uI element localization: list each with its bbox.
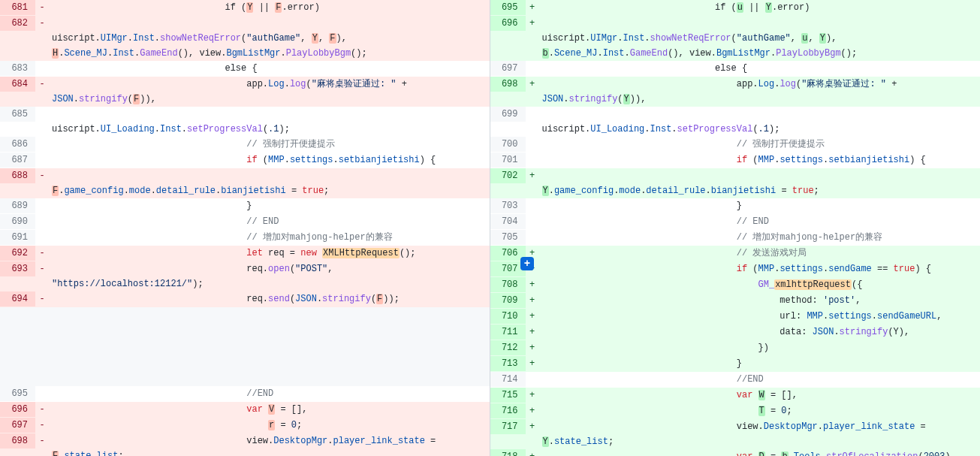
line-number[interactable]: 687 xyxy=(0,153,35,168)
line-number[interactable]: 697 xyxy=(0,418,35,433)
diff-line[interactable] xyxy=(0,370,490,386)
diff-line[interactable]: 685 uiscript.UI_Loading.Inst.setProgress… xyxy=(0,107,490,137)
line-number[interactable]: 703 xyxy=(490,198,526,213)
line-number[interactable]: 695 xyxy=(0,386,35,401)
diff-line[interactable]: 716+ T = 0; xyxy=(490,403,981,419)
diff-line[interactable]: 715+ var W = [], xyxy=(490,388,981,403)
line-number[interactable]: 686 xyxy=(0,137,35,152)
diff-line[interactable]: 696+ uiscript.UIMgr.Inst.showNetReqError… xyxy=(490,16,981,61)
line-number[interactable]: 712 xyxy=(490,340,526,355)
line-code: Y.game_config.mode.detail_rule.bianjieti… xyxy=(539,168,981,198)
line-number[interactable]: 699 xyxy=(490,107,526,122)
line-number[interactable]: 713 xyxy=(490,356,526,371)
line-number[interactable]: 696 xyxy=(490,16,526,31)
line-number[interactable]: 683 xyxy=(0,61,35,76)
diff-line[interactable] xyxy=(0,323,490,339)
diff-split-container: 681- if (Y || F.error)682- uiscript.UIMg… xyxy=(0,0,980,456)
diff-line[interactable]: 695 //END xyxy=(0,386,490,402)
diff-line[interactable]: 694- req.send(JSON.stringify(F)); xyxy=(0,291,490,307)
diff-line[interactable]: 717+ view.DesktopMgr.player_link_state =… xyxy=(490,419,981,449)
diff-line[interactable]: 687 if (MMP.settings.setbianjietishi) { xyxy=(0,153,490,168)
line-number[interactable]: 684 xyxy=(0,77,35,92)
diff-line[interactable]: 683 else { xyxy=(0,61,490,77)
diff-line[interactable]: 696- var V = [], xyxy=(0,402,490,418)
diff-line[interactable]: 682- uiscript.UIMgr.Inst.showNetReqError… xyxy=(0,16,490,61)
line-number[interactable]: 709 xyxy=(490,293,526,308)
line-number[interactable]: 690 xyxy=(0,214,35,229)
line-number[interactable]: 717 xyxy=(490,419,526,434)
line-marker: + xyxy=(526,403,539,418)
line-code: //END xyxy=(539,372,981,387)
diff-line[interactable]: 709+ method: 'post', xyxy=(490,293,981,309)
diff-line[interactable] xyxy=(0,307,490,323)
diff-line[interactable]: 706+ // 发送游戏对局 xyxy=(490,246,981,261)
line-number[interactable]: 685 xyxy=(0,107,35,122)
diff-line[interactable]: 718+ var D = b.Tools.strOfLocalization(2… xyxy=(490,449,981,456)
line-number[interactable]: 692 xyxy=(0,246,35,261)
line-number[interactable]: 700 xyxy=(490,137,526,152)
diff-line[interactable]: 703 } xyxy=(490,198,981,214)
add-comment-button[interactable]: + xyxy=(520,257,534,270)
diff-line[interactable]: 712+ }) xyxy=(490,340,981,356)
diff-line[interactable]: 697 else { xyxy=(490,61,981,77)
line-number[interactable]: 693 xyxy=(0,261,35,276)
diff-line[interactable]: 713+ } xyxy=(490,356,981,372)
line-marker: + xyxy=(526,0,539,15)
diff-line[interactable]: 711+ data: JSON.stringify(Y), xyxy=(490,325,981,340)
line-code: else { xyxy=(49,61,490,76)
line-number[interactable]: 715 xyxy=(490,388,526,403)
line-code: var W = [], xyxy=(539,388,981,403)
diff-line[interactable] xyxy=(0,339,490,355)
diff-line[interactable]: 714 //END xyxy=(490,372,981,388)
diff-line[interactable]: 705 // 增加对mahjong-helper的兼容 xyxy=(490,230,981,246)
line-number[interactable]: 694 xyxy=(0,291,35,307)
diff-line[interactable]: 686 // 强制打开便捷提示 xyxy=(0,137,490,153)
diff-line[interactable]: 707+ if (MMP.settings.sendGame == true) … xyxy=(490,261,981,277)
line-number[interactable]: 688 xyxy=(0,168,35,183)
line-number[interactable]: 705 xyxy=(490,230,526,245)
line-number[interactable]: 689 xyxy=(0,198,35,213)
line-number[interactable]: 698 xyxy=(0,433,35,448)
line-number[interactable]: 698 xyxy=(490,77,526,92)
diff-line[interactable]: 684- app.Log.log("麻将桌验证通过: " + JSON.stri… xyxy=(0,77,490,107)
diff-line[interactable]: 697- r = 0; xyxy=(0,418,490,433)
diff-line[interactable]: 681- if (Y || F.error) xyxy=(0,0,490,16)
line-number[interactable]: 716 xyxy=(490,403,526,418)
line-number[interactable]: 702 xyxy=(490,168,526,183)
line-number[interactable]: 710 xyxy=(490,309,526,324)
diff-line[interactable]: 702+ Y.game_config.mode.detail_rule.bian… xyxy=(490,168,981,198)
diff-line[interactable]: 691 // 增加对mahjong-helper的兼容 xyxy=(0,230,490,246)
line-code: if (MMP.settings.setbianjietishi) { xyxy=(539,153,981,168)
diff-line[interactable] xyxy=(0,355,490,370)
line-code: } xyxy=(49,198,490,213)
diff-line[interactable]: 700 // 强制打开便捷提示 xyxy=(490,137,981,153)
line-number[interactable]: 681 xyxy=(0,0,35,15)
line-code: r = 0; xyxy=(49,418,490,433)
diff-line[interactable]: 689 } xyxy=(0,198,490,214)
line-number[interactable]: 714 xyxy=(490,372,526,387)
line-number[interactable]: 718 xyxy=(490,449,526,456)
diff-line[interactable]: 692- let req = new XMLHttpRequest(); xyxy=(0,246,490,261)
line-number[interactable]: 691 xyxy=(0,230,35,245)
diff-line[interactable]: 688- F.game_config.mode.detail_rule.bian… xyxy=(0,168,490,198)
diff-line[interactable]: 695+ if (u || Y.error) xyxy=(490,0,981,16)
line-code: uiscript.UI_Loading.Inst.setProgressVal(… xyxy=(539,107,981,137)
line-number[interactable]: 701 xyxy=(490,153,526,168)
diff-line[interactable]: 690 // END xyxy=(0,214,490,230)
line-number[interactable]: 695 xyxy=(490,0,526,15)
diff-line[interactable]: 710+ url: MMP.settings.sendGameURL, xyxy=(490,309,981,325)
diff-line[interactable]: 698- view.DesktopMgr.player_link_state =… xyxy=(0,433,490,456)
line-number[interactable]: 711 xyxy=(490,325,526,340)
line-number[interactable]: 682 xyxy=(0,16,35,31)
diff-line[interactable]: 704 // END xyxy=(490,214,981,230)
diff-line[interactable]: 708+ GM_xmlhttpRequest({ xyxy=(490,277,981,293)
diff-line[interactable]: 701 if (MMP.settings.setbianjietishi) { xyxy=(490,153,981,168)
line-number[interactable]: 704 xyxy=(490,214,526,229)
line-number[interactable]: 696 xyxy=(0,402,35,417)
diff-line[interactable]: 699 uiscript.UI_Loading.Inst.setProgress… xyxy=(490,107,981,137)
line-number[interactable]: 708 xyxy=(490,277,526,292)
diff-right-pane: 695+ if (u || Y.error)696+ uiscript.UIMg… xyxy=(490,0,981,456)
diff-line[interactable]: 698+ app.Log.log("麻将桌验证通过: " + JSON.stri… xyxy=(490,77,981,107)
diff-line[interactable]: 693- req.open("POST", "https://localhost… xyxy=(0,261,490,291)
line-number[interactable]: 697 xyxy=(490,61,526,76)
